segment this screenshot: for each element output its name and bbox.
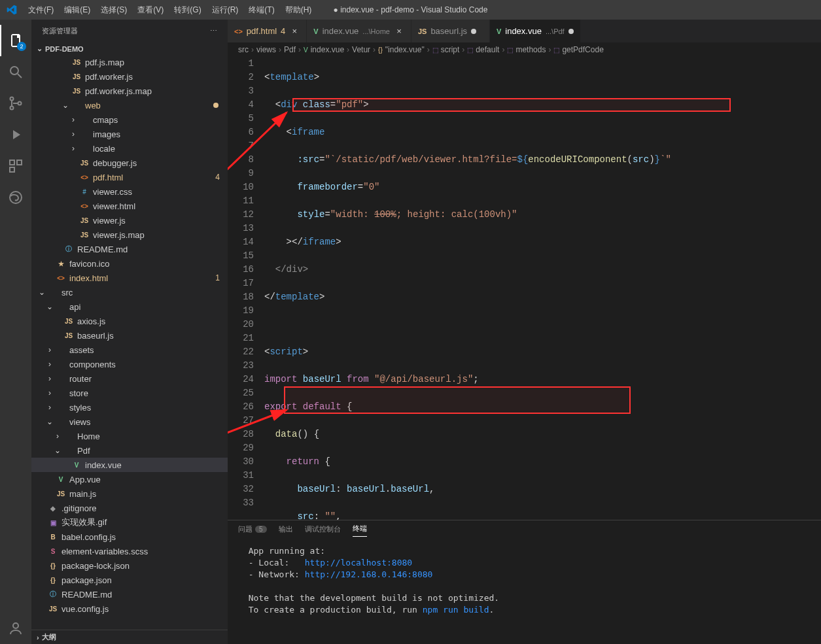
breadcrumb-item[interactable]: Vetur bbox=[352, 45, 370, 54]
editor-tab[interactable]: Vindex.vue...\Pdf bbox=[490, 20, 581, 42]
account-icon[interactable] bbox=[0, 613, 31, 644]
file-icon: {} bbox=[47, 562, 59, 569]
tree-item[interactable]: JSbaseurl.js bbox=[31, 328, 228, 343]
explorer-icon[interactable]: 2 bbox=[0, 25, 31, 56]
edge-icon[interactable] bbox=[0, 182, 31, 213]
sidebar-section[interactable]: ⌄ PDF-DEMO bbox=[31, 42, 228, 55]
tree-item[interactable]: {}package.json bbox=[31, 573, 228, 587]
tree-item[interactable]: ⓘREADME.md bbox=[31, 587, 228, 602]
svg-point-0 bbox=[10, 67, 18, 75]
outline-section[interactable]: › 大纲 bbox=[31, 630, 228, 644]
tree-item[interactable]: ›assets bbox=[31, 343, 228, 357]
line-number: 26 bbox=[228, 400, 254, 414]
editor-tab[interactable]: <>pdf.html4× bbox=[228, 20, 307, 42]
line-number: 23 bbox=[228, 359, 254, 373]
source-control-icon[interactable] bbox=[0, 88, 31, 119]
panel-tab[interactable]: 终端 bbox=[353, 524, 367, 537]
tree-item[interactable]: ›styles bbox=[31, 400, 228, 415]
menu-item[interactable]: 选择(S) bbox=[96, 0, 132, 20]
tree-item[interactable]: {}package-lock.json bbox=[31, 558, 228, 573]
breadcrumb-item[interactable]: {}"index.vue" bbox=[378, 45, 425, 54]
tree-item[interactable]: <>pdf.html4 bbox=[31, 170, 228, 184]
code-editor[interactable]: 1234567891011121314151617181920212223242… bbox=[228, 57, 821, 520]
menu-item[interactable]: 转到(G) bbox=[169, 0, 206, 20]
tree-item[interactable]: JSmain.js bbox=[31, 486, 228, 501]
file-icon: JS bbox=[79, 231, 90, 239]
more-icon[interactable]: ⋯ bbox=[210, 27, 217, 35]
tree-item[interactable]: ›store bbox=[31, 386, 228, 400]
extensions-icon[interactable] bbox=[0, 150, 31, 182]
tree-item[interactable]: ›components bbox=[31, 357, 228, 371]
svg-line-1 bbox=[18, 74, 22, 78]
svg-point-2 bbox=[10, 97, 14, 101]
breadcrumb-item[interactable]: ⬚getPdfCode bbox=[553, 45, 603, 54]
tree-item[interactable]: JSdebugger.js bbox=[31, 156, 228, 170]
breadcrumb-item[interactable]: src bbox=[238, 45, 249, 54]
editor-tab[interactable]: JSbaseurl.js bbox=[411, 20, 490, 42]
modified-badge: 4 bbox=[215, 173, 220, 182]
menu-item[interactable]: 运行(R) bbox=[207, 0, 244, 20]
close-icon[interactable]: × bbox=[394, 26, 404, 36]
panel-tab[interactable]: 问题5 bbox=[238, 524, 267, 537]
tree-item[interactable]: <>viewer.html bbox=[31, 199, 228, 213]
debug-icon[interactable] bbox=[0, 119, 31, 150]
line-number: 24 bbox=[228, 373, 254, 386]
tree-item[interactable]: ›cmaps bbox=[31, 112, 228, 127]
breadcrumb-item[interactable]: views bbox=[256, 45, 276, 54]
breadcrumbs[interactable]: src›views›Pdf›Vindex.vue›Vetur›{}"index.… bbox=[228, 42, 821, 57]
tree-item[interactable]: ⓘREADME.md bbox=[31, 242, 228, 256]
file-icon: JS bbox=[63, 332, 75, 339]
tree-item[interactable]: JSviewer.js bbox=[31, 213, 228, 228]
menu-item[interactable]: 文件(F) bbox=[23, 0, 59, 20]
tree-item[interactable]: JSpdf.worker.js.map bbox=[31, 84, 228, 98]
tree-item[interactable]: Bbabel.config.js bbox=[31, 530, 228, 544]
tree-item[interactable]: ›Home bbox=[31, 429, 228, 443]
breadcrumb-item[interactable]: Pdf bbox=[284, 45, 296, 54]
menu-item[interactable]: 终端(T) bbox=[243, 0, 279, 20]
tree-item[interactable]: JSpdf.js.map bbox=[31, 55, 228, 69]
tree-item[interactable]: #viewer.css bbox=[31, 184, 228, 199]
breadcrumb-item[interactable]: ⬚default bbox=[467, 45, 499, 54]
menu-item[interactable]: 编辑(E) bbox=[59, 0, 96, 20]
tree-item[interactable]: Selement-variables.scss bbox=[31, 544, 228, 558]
tree-item[interactable]: JSpdf.worker.js bbox=[31, 69, 228, 84]
tree-item[interactable]: ⌄src bbox=[31, 285, 228, 299]
tree-item[interactable]: VApp.vue bbox=[31, 472, 228, 486]
tree-item[interactable]: JSaxios.js bbox=[31, 314, 228, 328]
breadcrumb-item[interactable]: ⬚methods bbox=[507, 45, 546, 54]
file-icon: <> bbox=[79, 203, 90, 210]
tree-label: index.vue bbox=[85, 460, 222, 470]
panel-tab[interactable]: 调试控制台 bbox=[305, 524, 341, 537]
tree-item[interactable]: ⌄web bbox=[31, 98, 228, 112]
menu-item[interactable]: 帮助(H) bbox=[280, 0, 317, 20]
line-number: 14 bbox=[228, 235, 254, 249]
tab-label: pdf.html bbox=[247, 26, 277, 36]
tree-item[interactable]: <>index.html1 bbox=[31, 271, 228, 285]
tree-item[interactable]: ⌄Pdf bbox=[31, 443, 228, 458]
editor-tab[interactable]: Vindex.vue...\Home× bbox=[307, 20, 411, 42]
tree-item[interactable]: ›images bbox=[31, 127, 228, 141]
tree-item[interactable]: Vindex.vue bbox=[31, 458, 228, 472]
code-content[interactable]: <template> <div class="pdf"> <iframe :sr… bbox=[264, 57, 821, 520]
breadcrumb-item[interactable]: Vindex.vue bbox=[304, 45, 344, 54]
tree-item[interactable]: ›router bbox=[31, 371, 228, 386]
tree-item[interactable]: ▣实现效果.gif bbox=[31, 515, 228, 530]
titlebar: 文件(F)编辑(E)选择(S)查看(V)转到(G)运行(R)终端(T)帮助(H)… bbox=[0, 0, 821, 20]
tree-item[interactable]: ⌄views bbox=[31, 415, 228, 429]
panel-tab[interactable]: 输出 bbox=[279, 524, 293, 537]
breadcrumb-item[interactable]: ⬚script bbox=[432, 45, 460, 54]
tree-item[interactable]: ›locale bbox=[31, 141, 228, 156]
menu-item[interactable]: 查看(V) bbox=[132, 0, 169, 20]
tree-item[interactable]: JSviewer.js.map bbox=[31, 228, 228, 242]
file-icon: JS bbox=[79, 217, 90, 224]
tree-item[interactable]: ◆.gitignore bbox=[31, 501, 228, 515]
tree-item[interactable]: ★favicon.ico bbox=[31, 256, 228, 271]
close-icon[interactable]: × bbox=[289, 26, 300, 36]
tree-item[interactable]: JSvue.config.js bbox=[31, 602, 228, 616]
svg-rect-7 bbox=[10, 167, 14, 172]
terminal-output[interactable]: App running at: - Local: http://localhos… bbox=[228, 540, 821, 644]
tree-item[interactable]: ⌄api bbox=[31, 299, 228, 314]
chevron-down-icon: ⌄ bbox=[44, 417, 55, 426]
chevron-right-icon: › bbox=[68, 144, 79, 153]
search-icon[interactable] bbox=[0, 56, 31, 88]
